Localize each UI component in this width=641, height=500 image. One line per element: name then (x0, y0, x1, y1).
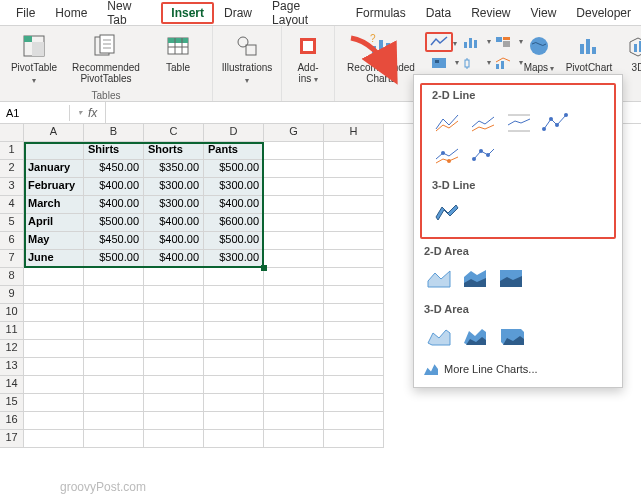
cell[interactable] (204, 340, 264, 358)
cell[interactable] (204, 358, 264, 376)
cell[interactable] (144, 322, 204, 340)
cell[interactable] (204, 394, 264, 412)
cell[interactable]: $500.00 (204, 232, 264, 250)
cell[interactable]: May (24, 232, 84, 250)
name-box[interactable]: A1 (0, 105, 70, 121)
stacked-area-chart-option[interactable] (460, 265, 490, 291)
cell[interactable] (324, 196, 384, 214)
cell[interactable] (84, 430, 144, 448)
pivottable-button[interactable]: PivotTable (6, 30, 62, 88)
fill-handle[interactable] (261, 265, 267, 271)
row-header[interactable]: 14 (0, 376, 24, 394)
cell[interactable]: $400.00 (84, 196, 144, 214)
cell[interactable] (144, 340, 204, 358)
cell[interactable] (204, 322, 264, 340)
100-stacked-area-chart-option[interactable] (496, 265, 526, 291)
cell[interactable] (264, 286, 324, 304)
col-header-B[interactable]: B (84, 124, 144, 142)
cell[interactable] (84, 394, 144, 412)
illustrations-button[interactable]: Illustrations (219, 30, 275, 88)
tab-draw[interactable]: Draw (214, 2, 262, 24)
cell[interactable] (84, 340, 144, 358)
cell[interactable] (264, 394, 324, 412)
cell[interactable] (24, 394, 84, 412)
cell[interactable]: Pants (204, 142, 264, 160)
cell[interactable] (144, 286, 204, 304)
cell[interactable] (84, 268, 144, 286)
cell[interactable] (324, 160, 384, 178)
3d-area-chart-option[interactable] (424, 323, 454, 349)
cell[interactable] (204, 430, 264, 448)
stacked-line-markers-chart-option[interactable] (432, 141, 462, 167)
select-all-corner[interactable] (0, 124, 24, 142)
cell[interactable] (264, 376, 324, 394)
cell[interactable]: $600.00 (204, 214, 264, 232)
cell[interactable] (324, 268, 384, 286)
col-header-D[interactable]: D (204, 124, 264, 142)
cell[interactable] (204, 304, 264, 322)
cell[interactable]: $500.00 (204, 160, 264, 178)
cell[interactable] (204, 376, 264, 394)
3d-line-chart-option[interactable] (432, 199, 462, 225)
row-header[interactable]: 16 (0, 412, 24, 430)
cell[interactable] (264, 304, 324, 322)
cell[interactable] (324, 178, 384, 196)
100-stacked-line-chart-option[interactable] (504, 109, 534, 135)
cell[interactable] (24, 286, 84, 304)
cell[interactable]: April (24, 214, 84, 232)
cell[interactable] (324, 376, 384, 394)
cell[interactable] (324, 340, 384, 358)
100-stacked-line-markers-chart-option[interactable] (468, 141, 498, 167)
cell[interactable]: March (24, 196, 84, 214)
cell[interactable] (144, 412, 204, 430)
tab-insert[interactable]: Insert (161, 2, 214, 24)
combo-chart-button[interactable] (489, 53, 517, 73)
tab-file[interactable]: File (6, 2, 45, 24)
cell[interactable] (264, 250, 324, 268)
cell[interactable]: $350.00 (144, 160, 204, 178)
cell[interactable] (24, 268, 84, 286)
col-header-H[interactable]: H (324, 124, 384, 142)
cell[interactable] (144, 394, 204, 412)
tab-developer[interactable]: Developer (566, 2, 641, 24)
cell[interactable]: $300.00 (144, 196, 204, 214)
cell[interactable] (24, 412, 84, 430)
cell[interactable]: $300.00 (144, 178, 204, 196)
cell[interactable] (264, 430, 324, 448)
3d-100-stacked-area-chart-option[interactable] (496, 323, 526, 349)
hierarchy-chart-button[interactable] (489, 32, 517, 52)
cell[interactable]: February (24, 178, 84, 196)
map-chart-button[interactable] (425, 53, 453, 73)
cell[interactable] (264, 214, 324, 232)
cell[interactable]: $300.00 (204, 178, 264, 196)
cell[interactable] (84, 304, 144, 322)
3d-stacked-area-chart-option[interactable] (460, 323, 490, 349)
row-header[interactable]: 17 (0, 430, 24, 448)
cell[interactable] (264, 142, 324, 160)
cell[interactable] (144, 268, 204, 286)
cell[interactable] (264, 178, 324, 196)
cell[interactable] (204, 268, 264, 286)
cell[interactable]: $500.00 (84, 214, 144, 232)
stacked-line-chart-option[interactable] (468, 109, 498, 135)
cell[interactable] (324, 286, 384, 304)
cell[interactable] (24, 322, 84, 340)
row-header[interactable]: 5 (0, 214, 24, 232)
table-button[interactable]: Table (150, 30, 206, 75)
cell[interactable] (264, 196, 324, 214)
cell[interactable]: June (24, 250, 84, 268)
cell[interactable] (324, 214, 384, 232)
cell[interactable] (324, 142, 384, 160)
cell[interactable] (324, 232, 384, 250)
cell[interactable] (84, 358, 144, 376)
col-header-A[interactable]: A (24, 124, 84, 142)
row-header[interactable]: 8 (0, 268, 24, 286)
cell[interactable] (264, 412, 324, 430)
tab-home[interactable]: Home (45, 2, 97, 24)
cell[interactable] (144, 430, 204, 448)
more-line-charts[interactable]: More Line Charts... (414, 357, 622, 381)
cell[interactable]: $400.00 (144, 214, 204, 232)
cell[interactable] (144, 358, 204, 376)
line-markers-chart-option[interactable] (540, 109, 570, 135)
row-header[interactable]: 4 (0, 196, 24, 214)
